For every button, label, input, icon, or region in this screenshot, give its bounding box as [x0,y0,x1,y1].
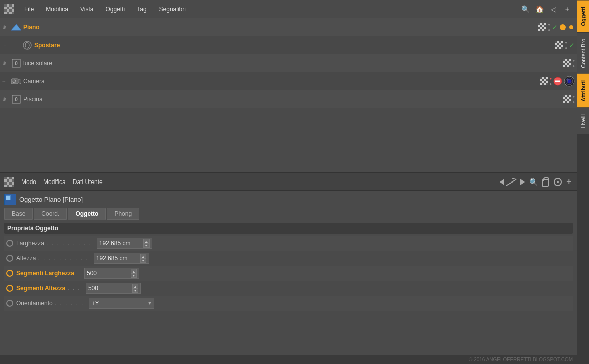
dots-orientamento: . . . . . . [55,300,84,307]
deform-icon [22,40,32,50]
object-controls-piscina: ● ● [563,94,575,104]
menu-oggetti[interactable]: Oggetti [104,5,127,14]
object-row-camera[interactable]: -- Camera ● ● [0,72,577,90]
dot-pair-camera: ● ● [549,76,552,86]
object-row-luce-solare[interactable]: ⊕ 0 luce solare ● ● [0,54,577,72]
object-controls-spostare: ● ● ✓ [555,40,575,50]
dot1-luce: ● [572,58,575,63]
menu-bar: File Modifica Vista Oggetti Tag Segnalib… [0,0,577,18]
dot2-camera: ● [549,82,552,86]
expand-piano[interactable]: ⊕ [2,24,9,30]
spinner-up-seg-larghezza[interactable]: ▲ [131,269,137,273]
svg-text:0: 0 [15,97,18,102]
add-icon-attr[interactable]: ＋ [565,176,573,187]
side-tab-content-bro[interactable]: Content Bro [577,32,589,74]
objects-panel: ⊕ Piano ● ● ✓ [0,18,577,173]
prop-row-larghezza: Larghezza. . . . . . . . . 192.685 cm ▲ … [4,236,573,251]
circle-seg-altezza[interactable] [6,285,13,292]
label-seg-larghezza: Segmenti Larghezza [16,270,81,277]
orange-dot-piano [559,24,566,31]
menu-file[interactable]: File [22,5,36,14]
search-icon-attr[interactable]: 🔍 [528,176,539,188]
attr-title-text: Oggetto Piano [Piano] [19,196,83,203]
check-spostare: ✓ [569,41,575,49]
input-seg-altezza[interactable]: 500 ▲ ▼ [86,283,141,294]
object-name-camera: Camera [23,78,538,85]
prop-row-seg-larghezza: Segmenti Larghezza 500 ▲ ▼ [4,266,573,281]
spinner-up-altezza[interactable]: ▲ [140,254,146,258]
lock-icon-attr[interactable] [542,177,551,187]
spinner-up-larghezza[interactable]: ▲ [143,239,150,243]
svg-rect-23 [6,195,11,200]
home-icon[interactable]: 🏠 [534,4,545,15]
input-larghezza[interactable]: 192.685 cm ▲ ▼ [97,238,152,249]
spinner-down-seg-larghezza[interactable]: ▼ [131,273,137,278]
search-icon-top[interactable]: 🔍 [520,4,531,15]
expand-piscina[interactable]: ⊕ [2,96,9,102]
side-tab-livelli[interactable]: Livelli [577,108,589,134]
red-dot-camera: ● [549,76,552,81]
svg-rect-11 [555,80,560,82]
menu-modifica[interactable]: Modifica [44,5,70,14]
menu-segnalibri[interactable]: Segnalibri [157,5,188,14]
spinner-seg-larghezza[interactable]: ▲ ▼ [131,269,137,278]
circle-orientamento[interactable] [6,300,13,307]
checkerboard-icon-luce [563,59,571,67]
circle-larghezza[interactable] [6,240,13,247]
object-name-piano: Piano [23,24,536,31]
object-row-piscina[interactable]: ⊕ 0 Piscina ● ● [0,90,577,108]
spinner-up-seg-altezza[interactable]: ▲ [132,284,138,288]
dropdown-orientamento[interactable]: +Y ▼ [89,298,154,309]
spinner-larghezza[interactable]: ▲ ▼ [143,239,150,248]
input-altezza[interactable]: 192.685 cm ▲ ▼ [94,253,149,264]
attr-logo [4,177,14,187]
svg-point-1 [560,24,566,30]
attr-menu-modo[interactable]: Modo [21,178,36,186]
spinner-down-seg-altezza[interactable]: ▼ [132,288,138,293]
expand-luce[interactable]: ⊕ [2,60,9,66]
nav-right-arrow[interactable] [520,179,525,185]
attr-menu-modifica[interactable]: Modifica [43,178,66,186]
object-row-piano[interactable]: ⊕ Piano ● ● ✓ [0,18,577,36]
plane-icon [11,22,21,32]
dot2-spostare: ● [565,46,567,50]
target-icon-attr[interactable] [554,178,562,186]
nav-left-arrow[interactable] [500,179,504,185]
spinner-altezza[interactable]: ▲ ▼ [140,254,146,263]
checkerboard-icon-spostare [555,41,563,49]
spinner-down-larghezza[interactable]: ▼ [143,243,150,248]
add-icon-top[interactable]: ＋ [562,4,573,15]
object-row-spostare[interactable]: └ Spostare ● ● ✓ [0,36,577,54]
svg-line-19 [512,178,516,179]
attr-menu-dati[interactable]: Dati Utente [73,178,103,186]
tab-coord[interactable]: Coord. [34,208,67,220]
circle-altezza[interactable] [6,255,13,262]
spinner-seg-altezza[interactable]: ▲ ▼ [132,284,138,293]
input-seg-larghezza[interactable]: 500 ▲ ▼ [84,268,139,279]
app-logo [4,4,14,14]
tab-phong[interactable]: Phong [107,208,139,220]
menu-tag[interactable]: Tag [135,5,149,14]
object-controls-piano: ● ● ✓ [538,22,575,32]
tab-base[interactable]: Base [4,208,33,220]
side-tab-oggetti[interactable]: Oggetti [577,0,589,32]
circle-seg-larghezza[interactable] [6,270,13,277]
dot-pair-piscina: ● ● [572,94,575,104]
menu-vista[interactable]: Vista [78,5,95,14]
expand-spostare: └ [2,42,9,48]
svg-marker-8 [18,79,21,84]
null-icon-luce: 0 [11,58,21,68]
dot-pair-piano: ● ● [548,22,550,32]
side-tabs: Oggetti Content Bro Attributi Livelli [577,0,589,364]
view-icon[interactable]: ◁ [548,4,559,15]
tab-oggetto[interactable]: Oggetto [68,208,106,220]
attr-menu-bar: Modo Modifica Dati Utente 🔍 [0,173,577,191]
object-controls-camera: ● ● [540,76,575,87]
checkerboard-icon-piano [538,23,546,31]
dots-altezza: . . . . . . . . . . [38,255,88,262]
spinner-down-altezza[interactable]: ▼ [140,258,146,263]
dot2-piscina: ● [572,100,575,104]
lens-icon-camera [564,76,575,87]
side-tab-attributi[interactable]: Attributi [577,74,589,108]
dot1-spostare: ● [565,40,567,45]
